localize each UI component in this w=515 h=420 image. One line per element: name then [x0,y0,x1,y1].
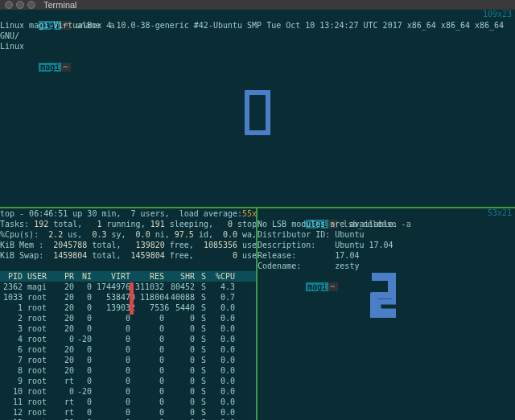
top-swap: KiB Swap: 1459804 total, 1459804 free, 0… [0,250,256,261]
top-mem: KiB Mem : 2045788 total, 139820 free, 10… [0,240,256,250]
close-icon[interactable] [5,1,13,9]
top-uptime: top - 06:46:51 up 30 min, 7 users, load … [0,209,242,218]
tmux-pane-top[interactable]: 109x23 magi~ uname -a Linux magi-Virtual… [0,10,515,208]
output-line: Release: 17.04 [258,250,515,261]
terminal-window: Terminal 109x23 magi~ uname -a Linux mag… [0,0,515,420]
output-line: Description: Ubuntu 17.04 [258,240,515,250]
lsb-output: No LSB modules are available.Distributor… [258,219,515,271]
table-row: 4 root0-20000 S0.0 [0,334,256,344]
load-avg-hint: 55x21 [242,209,258,218]
prompt-path: ~ [61,63,71,72]
tmux-pane-top-process[interactable]: top - 06:46:51 up 30 min, 7 users, load … [0,208,258,420]
prompt-user: magi [39,63,61,72]
tmux-pane-lsb[interactable]: 53x21 magi~ lsb_release -a No LSB module… [258,208,515,420]
prompt-user: magi [306,282,328,291]
table-row: 9 rootrt0000 S0.0 [0,376,256,386]
svg-rect-5 [372,310,394,316]
table-row: 3 root200000 S0.0 [0,323,256,334]
table-row: 6 root200000 S0.0 [0,344,256,355]
output-line: Distributor ID: Ubuntu [258,229,515,240]
table-row: 8 root200000 S0.0 [0,365,256,376]
table-row: 1033 root200538470 11800440088 S0.7 [0,292,256,303]
top-header-row: PID USERPRNIVIRTRESSHR S%CPU [0,271,256,282]
output-line: Codename: zesty [258,261,515,271]
table-row: 12 rootrt0000 S0.0 [0,407,256,418]
output-line: No LSB modules are available. [258,219,515,229]
table-row: 7 root200000 S0.0 [0,355,256,365]
top-cpu: %Cpu(s): 2.2 us, 0.3 sy, 0.0 ni, 97.5 id… [0,229,256,240]
table-row: 2362 magi200174497631103280452 S4.3 [0,282,256,292]
tmux-pane-number-2 [370,273,396,318]
terminal-body[interactable]: 109x23 magi~ uname -a Linux magi-Virtual… [0,10,515,420]
output-line: Linux magi-VirtualBox 4.10.0-38-generic … [0,20,515,51]
window-title: Terminal [43,0,77,10]
table-row: 2 root200000 S0.0 [0,313,256,323]
pane-dimensions: 109x23 [483,10,512,19]
pane-dimensions: 53x21 [488,208,512,217]
tmux-pane-number-0 [245,90,270,135]
prompt-path: ~ [328,282,338,291]
table-row: 10 root0-20000 S0.0 [0,386,256,397]
sort-column-indicator [130,282,134,315]
tmux-bottom-row: top - 06:46:51 up 30 min, 7 users, load … [0,208,515,420]
minimize-icon[interactable] [16,1,24,9]
titlebar[interactable]: Terminal [0,0,515,10]
top-tasks: Tasks: 192 total, 1 running, 191 sleepin… [0,219,256,229]
top-process-list: 2362 magi200174497631103280452 S4.31033 … [0,282,256,420]
table-row: 1 root200139032 75365440 S0.0 [0,303,256,313]
svg-rect-0 [246,92,269,134]
table-row: 11 rootrt0000 S0.0 [0,397,256,407]
maximize-icon[interactable] [27,1,35,9]
